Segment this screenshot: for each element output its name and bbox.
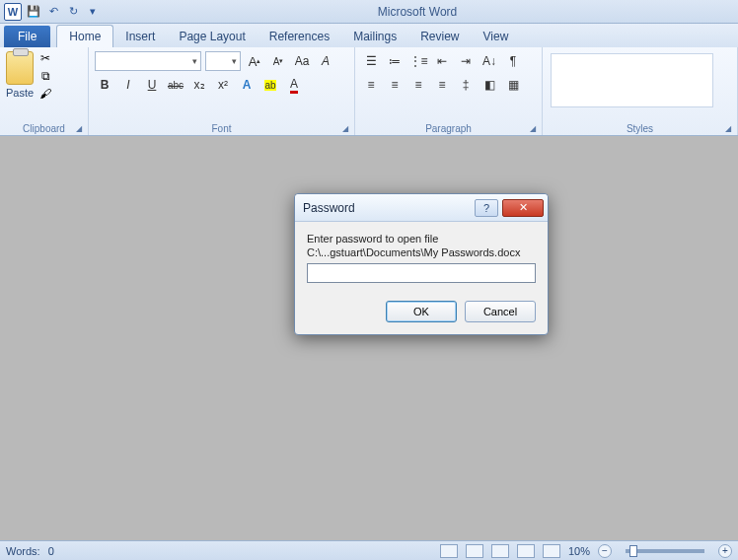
borders-button[interactable]: ▦	[503, 75, 523, 95]
cut-icon[interactable]: ✂	[37, 51, 53, 65]
dialog-prompt-line2: C:\...gstuart\Documents\My Passwords.doc…	[307, 245, 536, 259]
word-count-label: Words:	[6, 545, 40, 557]
change-case-button[interactable]: Aa	[292, 51, 312, 71]
word-count-value: 0	[48, 545, 54, 557]
tab-mailings[interactable]: Mailings	[341, 26, 408, 47]
zoom-in-button[interactable]: +	[718, 544, 732, 558]
paragraph-launcher-icon[interactable]: ◢	[528, 123, 538, 133]
styles-launcher-icon[interactable]: ◢	[723, 123, 733, 133]
group-label-font: Font	[89, 123, 354, 134]
highlight-button[interactable]: ab	[260, 75, 280, 95]
font-color-button[interactable]: A	[284, 75, 304, 95]
grow-font-button[interactable]: A▴	[245, 51, 264, 71]
show-marks-button[interactable]: ¶	[503, 51, 523, 71]
password-dialog: Password ? ✕ Enter password to open file…	[294, 193, 549, 335]
dialog-help-button[interactable]: ?	[475, 199, 498, 217]
shrink-font-button[interactable]: A▾	[268, 51, 288, 71]
ribbon-tabs: File Home Insert Page Layout References …	[0, 24, 738, 47]
text-effects-button[interactable]: A	[237, 75, 257, 95]
bullets-button[interactable]: ☰	[361, 51, 381, 71]
tab-review[interactable]: Review	[408, 26, 471, 47]
tab-insert[interactable]: Insert	[113, 26, 167, 47]
multilevel-list-button[interactable]: ⋮≡	[408, 51, 428, 71]
ok-button[interactable]: OK	[386, 301, 457, 322]
group-styles: Styles ◢	[543, 47, 738, 135]
title-bar: W 💾 ↶ ↻ ▾ Microsoft Word	[0, 0, 738, 24]
superscript-button[interactable]: x²	[213, 75, 233, 95]
zoom-out-button[interactable]: −	[598, 544, 612, 558]
sort-button[interactable]: A↓	[480, 51, 499, 71]
tab-view[interactable]: View	[472, 26, 521, 47]
tab-references[interactable]: References	[258, 26, 341, 47]
paste-icon	[6, 51, 34, 85]
group-font: A▴ A▾ Aa A B I U abc x₂ x² A ab A Font ◢	[89, 47, 355, 135]
format-painter-icon[interactable]: 🖌	[37, 87, 53, 101]
group-label-paragraph: Paragraph	[355, 123, 542, 134]
draft-view-button[interactable]	[543, 544, 560, 558]
status-bar: Words: 0 10% − +	[0, 540, 738, 560]
dialog-close-button[interactable]: ✕	[502, 199, 544, 217]
group-paragraph: ☰ ≔ ⋮≡ ⇤ ⇥ A↓ ¶ ≡ ≡ ≡ ≡ ‡ ◧ ▦ Paragraph …	[355, 47, 543, 135]
styles-gallery[interactable]	[551, 53, 713, 107]
italic-button[interactable]: I	[118, 75, 138, 95]
underline-button[interactable]: U	[142, 75, 162, 95]
font-name-combo[interactable]	[95, 51, 201, 71]
decrease-indent-button[interactable]: ⇤	[432, 51, 452, 71]
undo-icon[interactable]: ↶	[45, 4, 61, 20]
subscript-button[interactable]: x₂	[189, 75, 209, 95]
cancel-button[interactable]: Cancel	[465, 301, 536, 322]
redo-icon[interactable]: ↻	[65, 4, 81, 20]
password-input[interactable]	[307, 263, 536, 283]
file-tab[interactable]: File	[4, 26, 50, 47]
tab-home[interactable]: Home	[56, 25, 113, 47]
align-center-button[interactable]: ≡	[385, 75, 405, 95]
numbering-button[interactable]: ≔	[385, 51, 405, 71]
app-icon[interactable]: W	[4, 3, 22, 21]
paste-label: Paste	[6, 87, 34, 99]
print-layout-view-button[interactable]	[440, 544, 458, 558]
justify-button[interactable]: ≡	[432, 75, 452, 95]
dialog-titlebar[interactable]: Password ? ✕	[295, 194, 548, 222]
align-right-button[interactable]: ≡	[408, 75, 428, 95]
font-launcher-icon[interactable]: ◢	[340, 123, 350, 133]
save-icon[interactable]: 💾	[26, 4, 41, 20]
qat-customize-icon[interactable]: ▾	[85, 4, 101, 20]
zoom-thumb[interactable]	[629, 545, 637, 557]
group-label-styles: Styles	[543, 123, 737, 134]
shading-button[interactable]: ◧	[480, 75, 499, 95]
font-size-combo[interactable]	[205, 51, 241, 71]
zoom-slider[interactable]	[626, 549, 704, 553]
increase-indent-button[interactable]: ⇥	[456, 51, 476, 71]
clear-formatting-button[interactable]: A	[316, 51, 335, 71]
ribbon: Paste ✂ ⧉ 🖌 Clipboard ◢ A▴ A▾ Aa A B I U…	[0, 47, 738, 136]
copy-icon[interactable]: ⧉	[37, 69, 53, 83]
full-screen-view-button[interactable]	[466, 544, 483, 558]
line-spacing-button[interactable]: ‡	[456, 75, 476, 95]
outline-view-button[interactable]	[517, 544, 535, 558]
bold-button[interactable]: B	[95, 75, 114, 95]
window-title: Microsoft Word	[101, 5, 734, 19]
dialog-body: Enter password to open file C:\...gstuar…	[295, 222, 548, 293]
quick-access-toolbar: W 💾 ↶ ↻ ▾	[4, 3, 101, 21]
group-clipboard: Paste ✂ ⧉ 🖌 Clipboard ◢	[0, 47, 89, 135]
align-left-button[interactable]: ≡	[361, 75, 381, 95]
dialog-button-row: OK Cancel	[295, 293, 548, 334]
zoom-level[interactable]: 10%	[568, 545, 590, 557]
dialog-title: Password	[303, 201, 475, 215]
tab-page-layout[interactable]: Page Layout	[167, 26, 257, 47]
strikethrough-button[interactable]: abc	[166, 75, 185, 95]
paste-button[interactable]: Paste	[6, 51, 34, 101]
dialog-prompt-line1: Enter password to open file	[307, 232, 536, 245]
web-layout-view-button[interactable]	[491, 544, 509, 558]
clipboard-launcher-icon[interactable]: ◢	[74, 123, 84, 133]
